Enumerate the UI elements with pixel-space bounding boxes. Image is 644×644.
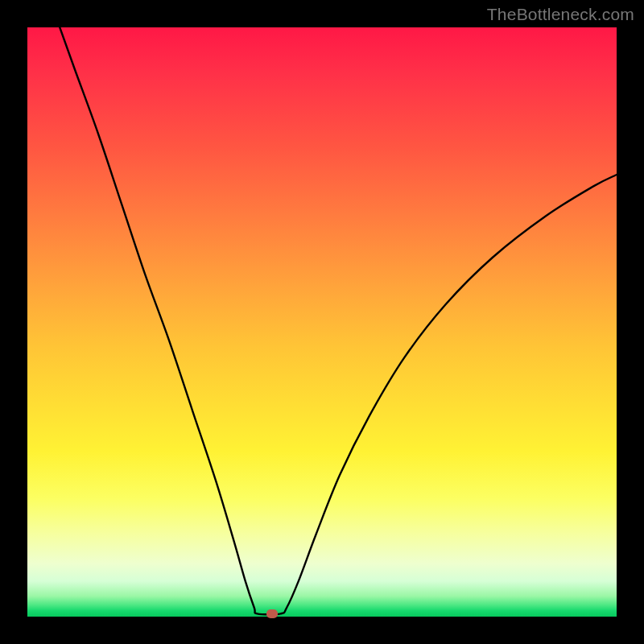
plot-area bbox=[27, 27, 617, 617]
optimum-marker bbox=[266, 609, 278, 618]
bottleneck-curve bbox=[27, 27, 617, 617]
watermark-text: TheBottleneck.com bbox=[487, 5, 634, 24]
chart-frame: TheBottleneck.com bbox=[0, 0, 644, 644]
